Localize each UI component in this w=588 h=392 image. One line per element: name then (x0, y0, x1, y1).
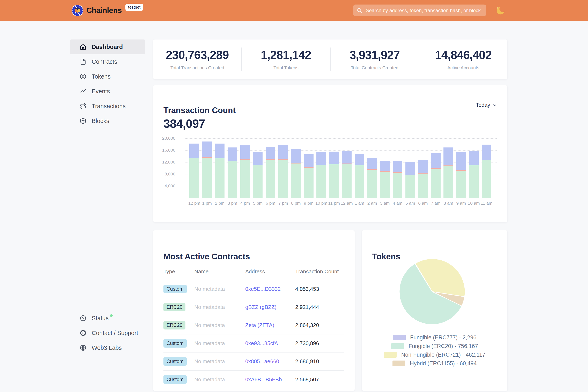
sidebar-item-blocks[interactable]: Blocks (70, 114, 145, 128)
contract-name: No metadata (194, 376, 245, 383)
bar-segment-stack-top (189, 144, 199, 158)
bar-slot (289, 138, 302, 198)
sidebar-item-status[interactable]: Status (70, 311, 145, 326)
dark-mode-toggle[interactable] (496, 6, 505, 15)
stacked-bar-10-pm[interactable] (316, 152, 326, 198)
bar-segment-stack-top (316, 152, 326, 165)
stacked-bar-2-pm[interactable] (215, 144, 224, 198)
contract-address-link[interactable]: 0xe5E...D3332 (245, 286, 281, 292)
globe-icon (80, 344, 86, 351)
table-row: CustomNo metadata0xA6B...B5FBb2,568,507 (163, 370, 344, 388)
sidebar-item-dashboard[interactable]: Dashboard (70, 40, 145, 54)
stacked-bar-8-am[interactable] (444, 148, 453, 198)
y-axis-tick-label: 4,000 (153, 184, 175, 188)
stacked-bar-3-am[interactable] (380, 161, 390, 198)
bar-segment-stack-top (291, 149, 301, 163)
type-badge: Custom (163, 357, 187, 366)
stacked-bar-3-pm[interactable] (228, 148, 237, 198)
stacked-bar-10-am[interactable] (469, 151, 479, 198)
y-axis-tick-label: 12,000 (153, 160, 175, 164)
bar-segment-stack-top (456, 152, 466, 170)
bar-slot (251, 138, 264, 198)
legend-item-fungible-erc20[interactable]: Fungible (ERC20) - 756,167 (362, 342, 507, 350)
stat-total-tokens: 1,281,142 Total Tokens (242, 48, 330, 70)
transaction-count-total: 384,097 (163, 116, 205, 130)
stacked-bar-5-am[interactable] (405, 162, 415, 198)
contract-address-link[interactable]: 0xe93...85cfA (245, 340, 278, 346)
column-header-address: Address (245, 268, 295, 275)
y-axis-tick-label: 8,000 (153, 172, 175, 176)
sidebar-item-web3-labs[interactable]: Web3 Labs (70, 340, 145, 355)
sidebar-item-contracts[interactable]: Contracts (70, 54, 145, 69)
stacked-bar-1-pm[interactable] (202, 142, 212, 198)
sidebar-item-tokens[interactable]: Tokens (70, 69, 145, 84)
x-axis-tick-label: 5 pm (251, 201, 264, 206)
stacked-bar-12-pm[interactable] (189, 144, 199, 198)
stacked-bar-1-am[interactable] (355, 154, 364, 198)
stats-row: 230,763,289 Total Transactions Created1,… (153, 40, 507, 79)
bar-slot (226, 138, 239, 198)
sidebar-item-events[interactable]: Events (70, 84, 145, 99)
stacked-bar-11-pm[interactable] (329, 152, 339, 198)
legend-item-hybrid-erc1155[interactable]: Hybrid (ERC1155) - 60,494 (362, 359, 507, 368)
stacked-bar-11-am[interactable] (482, 144, 491, 198)
stacked-bar-7-pm[interactable] (278, 145, 288, 198)
brand-name: Chainlens (86, 6, 122, 15)
x-axis-tick-label: 12 am (340, 201, 353, 206)
bar-segment-stack-top (304, 154, 314, 168)
tokens-pie-legend: Fungible (ERC777) - 2,296Fungible (ERC20… (362, 333, 507, 368)
contract-name: No metadata (194, 304, 245, 310)
stacked-bar-12-am[interactable] (342, 151, 352, 198)
brand[interactable]: Chainlens testnet (71, 0, 143, 21)
contract-address-link[interactable]: Zeta (ZETA) (245, 322, 274, 328)
token-icon (80, 73, 86, 80)
legend-label: Fungible (ERC777) - 2,296 (410, 334, 477, 341)
search-input[interactable] (365, 8, 483, 14)
transaction-bar-chart: 4,0008,00012,00016,00020,000 (153, 138, 507, 198)
contract-address-link[interactable]: 0x805...ae660 (245, 358, 279, 364)
stacked-bar-6-pm[interactable] (266, 147, 275, 198)
legend-item-non-fungible-erc721[interactable]: Non-Fungible (ERC721) - 462,117 (362, 350, 507, 359)
bar-segment-stack-top (482, 144, 491, 160)
bar-segment-stack-top (355, 154, 364, 165)
search-bar (353, 4, 486, 16)
type-badge: ERC20 (163, 303, 185, 312)
contract-address-link[interactable]: gBZZ (gBZZ) (245, 304, 277, 310)
stacked-bar-8-pm[interactable] (291, 149, 301, 198)
bar-segment-stack-bottom (405, 175, 415, 198)
stacked-bar-9-pm[interactable] (304, 154, 314, 198)
transaction-count-card: Transaction Count Today 384,097 4,0008,0… (153, 85, 507, 222)
env-badge: testnet (125, 4, 143, 11)
stat-label: Active Accounts (419, 65, 507, 70)
stacked-bar-5-pm[interactable] (253, 152, 263, 198)
sidebar-item-transactions[interactable]: Transactions (70, 99, 145, 114)
home-icon (80, 44, 86, 50)
table-row: ERC20No metadataZeta (ZETA)2,864,320 (163, 316, 344, 334)
stacked-bar-7-am[interactable] (431, 153, 441, 198)
sidebar-item-label: Tokens (92, 73, 111, 80)
stacked-bar-9-am[interactable] (456, 152, 466, 198)
bar-chart-x-labels: 12 pm1 pm2 pm3 pm4 pm5 pm6 pm7 pm8 pm9 p… (188, 201, 493, 206)
sidebar-item-contact-support[interactable]: Contact / Support (70, 326, 145, 340)
bar-segment-stack-bottom (316, 165, 326, 198)
bar-segment-stack-top (469, 151, 479, 165)
legend-label: Non-Fungible (ERC721) - 462,117 (401, 352, 485, 358)
stacked-bar-2-am[interactable] (367, 158, 377, 198)
tokens-card: Tokens Fungible (ERC777) - 2,296Fungible… (362, 230, 507, 391)
document-icon (80, 58, 86, 65)
bar-segment-stack-top (405, 162, 415, 175)
stacked-bar-4-pm[interactable] (240, 146, 250, 198)
contract-address-link[interactable]: 0xA6B...B5FBb (245, 376, 282, 382)
x-axis-tick-label: 7 am (429, 201, 442, 206)
bar-segment-stack-bottom (367, 170, 377, 198)
contracts-table: TypeNameAddressTransaction Count CustomN… (163, 263, 344, 388)
x-axis-tick-label: 9 am (455, 201, 468, 206)
column-header-name: Name (194, 268, 245, 275)
stacked-bar-6-am[interactable] (418, 160, 428, 198)
stacked-bar-4-am[interactable] (393, 161, 402, 198)
legend-item-fungible-erc777[interactable]: Fungible (ERC777) - 2,296 (362, 333, 507, 342)
sidebar-item-label: Events (92, 88, 110, 95)
bar-segment-stack-top (278, 145, 288, 160)
period-selector[interactable]: Today (476, 102, 497, 108)
bar-slot (264, 138, 277, 198)
